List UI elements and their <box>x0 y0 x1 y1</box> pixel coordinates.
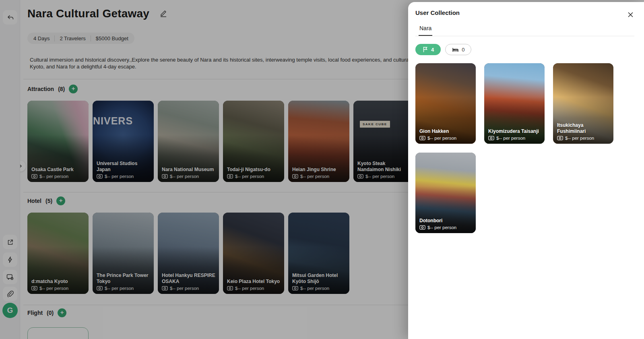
filter-hotels-pill[interactable]: 0 <box>445 44 471 55</box>
filter-hotels-count: 0 <box>462 47 464 53</box>
filter-attractions-count: 4 <box>431 47 434 53</box>
money-icon <box>557 136 563 141</box>
card-price-row: $-- per person <box>488 136 541 141</box>
card-price: $-- per person <box>427 136 456 141</box>
card-price: $-- per person <box>427 225 456 230</box>
card-text: Kiyomizudera Taisanji $-- per person <box>488 128 541 141</box>
flag-icon <box>422 46 428 53</box>
money-icon <box>488 136 494 141</box>
close-icon <box>627 12 634 18</box>
card-title: Dotonbori <box>419 218 473 223</box>
card-price: $-- per person <box>496 136 525 141</box>
bed-icon <box>452 47 459 53</box>
collection-card-grid: Gion Hakken $-- per person Kiyomizudera … <box>415 63 634 233</box>
money-icon <box>419 136 425 141</box>
collection-card[interactable]: Itsukichaya Fushimiinari $-- per person <box>553 63 613 144</box>
money-icon <box>419 225 425 230</box>
close-panel-button[interactable] <box>625 10 635 19</box>
user-collection-panel: User Collection Nara 4 0 Gion Hakken $- <box>408 2 644 339</box>
panel-title: User Collection <box>415 9 634 16</box>
filter-attractions-pill[interactable]: 4 <box>415 44 441 55</box>
card-price-row: $-- per person <box>419 136 473 141</box>
card-price-row: $-- per person <box>419 225 473 230</box>
collection-card[interactable]: Kiyomizudera Taisanji $-- per person <box>484 63 545 144</box>
tab-nara[interactable]: Nara <box>419 25 432 36</box>
card-text: Gion Hakken $-- per person <box>419 128 473 141</box>
panel-tabs: Nara <box>415 25 634 36</box>
card-price: $-- per person <box>565 136 594 141</box>
collection-card[interactable]: Dotonbori $-- per person <box>415 153 476 233</box>
app-window: G Nara Cultural Getaway 4 Days 2 Travele… <box>0 0 644 339</box>
card-price-row: $-- per person <box>557 136 610 141</box>
card-title: Kiyomizudera Taisanji <box>488 128 541 134</box>
panel-filters: 4 0 <box>415 44 634 55</box>
collection-card[interactable]: Gion Hakken $-- per person <box>415 63 476 144</box>
card-title: Gion Hakken <box>419 128 473 134</box>
card-text: Itsukichaya Fushimiinari $-- per person <box>557 122 610 141</box>
card-text: Dotonbori $-- per person <box>419 218 473 230</box>
card-title: Itsukichaya Fushimiinari <box>557 122 610 134</box>
